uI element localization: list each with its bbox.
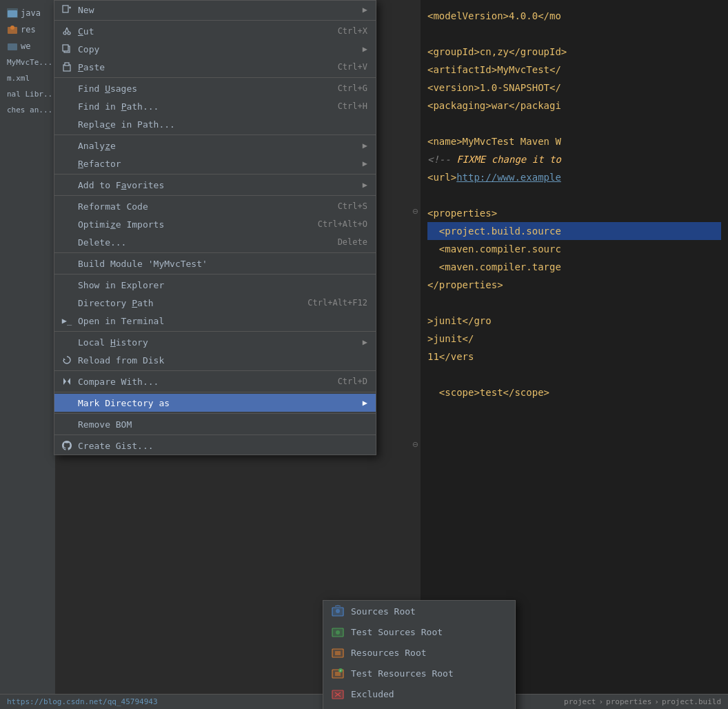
- submenu-item-generated-sources-root[interactable]: Generated Sources Root: [323, 704, 515, 709]
- menu-item-find-in-path-label: Find in Path...: [78, 101, 159, 112]
- menu-separator: [54, 435, 376, 435]
- menu-item-cut[interactable]: Cut Ctrl+X: [54, 22, 376, 40]
- submenu-item-sources-root-label: Sources Root: [351, 606, 416, 617]
- svg-rect-5: [63, 6, 68, 12]
- menu-item-optimize-imports[interactable]: Optimize Imports Ctrl+Alt+O: [54, 215, 376, 233]
- sidebar-item-we[interactable]: we: [3, 39, 52, 54]
- sidebar-item-lib[interactable]: nal Libr...: [3, 87, 52, 101]
- sidebar-item-ches[interactable]: ches an...: [3, 103, 52, 117]
- menu-separator: [54, 195, 376, 196]
- menu-item-show-in-explorer[interactable]: Show in Explorer: [54, 276, 376, 294]
- svg-rect-15: [65, 63, 69, 66]
- menu-item-optimize-imports-label: Optimize Imports: [78, 219, 164, 230]
- menu-item-replace-in-path[interactable]: Replace in Path...: [54, 115, 376, 133]
- menu-item-mark-directory-as[interactable]: Mark Directory as ▶: [54, 394, 376, 412]
- favorites-icon: [61, 179, 72, 190]
- code-line: <version>1.0-SNAPSHOT</: [427, 79, 721, 97]
- reload-icon: [61, 354, 72, 366]
- menu-item-find-usages[interactable]: Find Usages Ctrl+G: [54, 79, 376, 97]
- analyze-icon: [61, 140, 72, 151]
- svg-point-3: [10, 26, 14, 30]
- compare-icon: [61, 376, 72, 387]
- menu-item-copy[interactable]: Copy ▶: [54, 40, 376, 58]
- menu-item-paste[interactable]: Paste Ctrl+V: [54, 58, 376, 76]
- paste-shortcut: Ctrl+V: [338, 62, 367, 72]
- code-line: <groupId>cn,zy</groupId>: [427, 43, 721, 61]
- menu-item-refactor[interactable]: Refactor ▶: [54, 154, 376, 172]
- submenu-item-resources-root[interactable]: Resources Root: [323, 642, 515, 663]
- menu-item-delete[interactable]: Delete... Delete: [54, 233, 376, 251]
- submenu-item-test-sources-root[interactable]: Test Sources Root: [323, 621, 515, 642]
- code-line: >junit</: [427, 330, 721, 348]
- menu-item-reload-from-disk[interactable]: Reload from Disk: [54, 351, 376, 369]
- delete-shortcut: Delete: [338, 237, 367, 247]
- menu-item-analyze[interactable]: Analyze ▶: [54, 137, 376, 154]
- submenu-item-sources-root[interactable]: Sources Root: [323, 601, 515, 621]
- menu-item-build-module-label: Build Module 'MyMvcTest': [78, 259, 208, 269]
- gutter-collapse: ⊖: [412, 439, 418, 450]
- menu-item-compare-with[interactable]: Compare With... Ctrl+D: [54, 372, 376, 390]
- sidebar: java res we MyMvcTe... m.xml nal Libr...…: [0, 0, 55, 709]
- sidebar-item-res-label: res: [21, 25, 36, 34]
- svg-point-9: [68, 32, 70, 34]
- find-in-path-icon: [61, 101, 72, 112]
- sidebar-item-we-label: we: [21, 41, 30, 51]
- gutter-collapse: ⊖: [412, 206, 418, 217]
- code-line: <maven.compiler.targe: [427, 258, 721, 276]
- menu-item-add-to-favorites[interactable]: Add to Favorites ▶: [54, 176, 376, 194]
- menu-item-open-in-terminal-label: Open in Terminal: [78, 316, 164, 326]
- favorites-arrow-icon: ▶: [363, 180, 367, 190]
- svg-text:✓: ✓: [340, 668, 342, 672]
- menu-item-copy-label: Copy: [78, 44, 99, 54]
- sidebar-item-mvc[interactable]: MyMvcTe...: [3, 55, 52, 70]
- menu-item-remove-bom[interactable]: Remove BOM: [54, 415, 376, 433]
- menu-item-analyze-label: Analyze: [78, 141, 116, 151]
- terminal-icon: ▶_: [61, 315, 72, 326]
- submenu-item-excluded[interactable]: Excluded: [323, 683, 515, 704]
- code-line: <scope>test</scope>: [427, 383, 721, 401]
- menu-separator: [54, 392, 376, 392]
- sidebar-item-java[interactable]: java: [3, 6, 52, 21]
- refactor-icon: [61, 158, 72, 169]
- code-line: <name>MyMvcTest Maven W: [427, 132, 721, 150]
- code-line: [427, 114, 721, 132]
- svg-marker-17: [63, 378, 66, 385]
- mark-directory-arrow-icon: ▶: [363, 398, 367, 408]
- submenu-item-test-resources-root[interactable]: ✓ Test Resources Root: [323, 663, 515, 683]
- menu-item-create-gist[interactable]: Create Gist...: [54, 437, 376, 455]
- menu-item-build-module[interactable]: Build Module 'MyMvcTest': [54, 254, 376, 272]
- menu-item-cut-label: Cut: [78, 26, 94, 37]
- code-line: <maven.compiler.sourc: [427, 240, 721, 258]
- sidebar-item-res[interactable]: res: [3, 22, 52, 37]
- sidebar-item-xml[interactable]: m.xml: [3, 71, 52, 86]
- reformat-icon: [61, 201, 72, 212]
- sidebar-item-mvc-label: MyMvcTe...: [7, 58, 52, 67]
- menu-item-local-history-label: Local History: [78, 337, 148, 348]
- menu-item-delete-label: Delete...: [78, 237, 126, 248]
- menu-item-open-in-terminal[interactable]: ▶_ Open in Terminal: [54, 312, 376, 330]
- code-line: [427, 25, 721, 43]
- analyze-arrow-icon: ▶: [363, 141, 367, 150]
- explorer-icon: [61, 279, 72, 290]
- menu-item-directory-path[interactable]: Directory Path Ctrl+Alt+F12: [54, 294, 376, 312]
- menu-separator: [54, 331, 376, 332]
- menu-item-reformat-code[interactable]: Reformat Code Ctrl+S: [54, 197, 376, 215]
- code-line: <project.build.source: [427, 222, 721, 240]
- menu-separator: [54, 274, 376, 274]
- breadcrumb-separator: ›: [598, 697, 603, 706]
- cut-icon: [61, 26, 72, 37]
- code-line: <packaging>war</packagi: [427, 97, 721, 114]
- code-line: [427, 366, 721, 383]
- menu-item-refactor-label: Refactor: [78, 159, 121, 169]
- sidebar-item-ches-label: ches an...: [7, 106, 52, 114]
- local-history-icon: [61, 337, 72, 348]
- menu-item-new[interactable]: New ▶: [54, 1, 376, 19]
- mark-directory-icon: [61, 397, 72, 408]
- resources-root-icon: [332, 646, 344, 659]
- submenu-mark-directory: Sources Root Test Sources Root Resources…: [323, 600, 516, 709]
- menu-item-find-in-path[interactable]: Find in Path... Ctrl+H: [54, 97, 376, 115]
- menu-item-local-history[interactable]: Local History ▶: [54, 333, 376, 351]
- code-line: <url>http://www.example: [427, 168, 721, 186]
- menu-item-reload-from-disk-label: Reload from Disk: [78, 355, 164, 366]
- build-icon: [61, 258, 72, 269]
